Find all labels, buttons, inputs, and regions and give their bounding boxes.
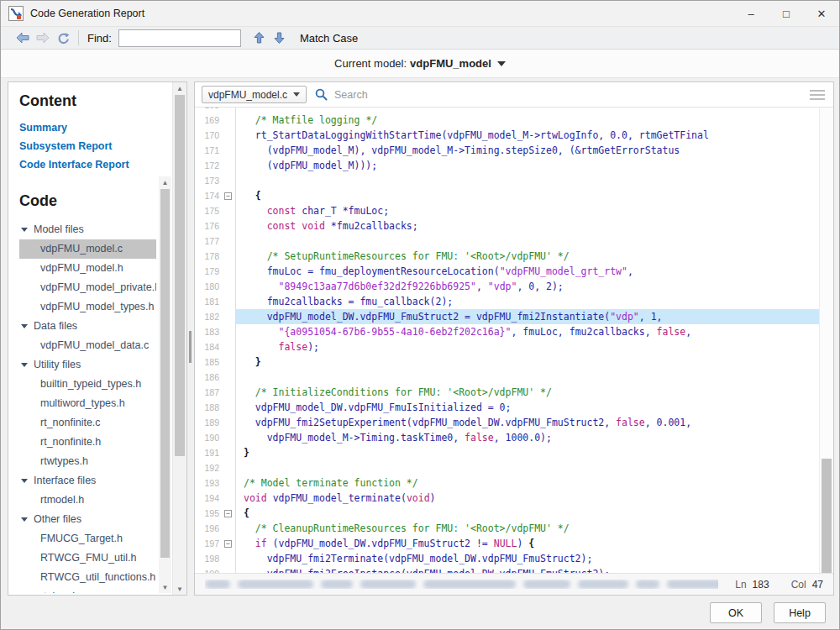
- code-text: vdpFMU_model_DW.vdpFMU_FmuStruct2 = vdpF…: [235, 309, 819, 324]
- file-dropdown-value: vdpFMU_model.c: [208, 89, 287, 101]
- fold-gutter: [222, 218, 234, 234]
- code-text: (vdpFMU_model_M), vdpFMU_model_M->Timing…: [235, 143, 819, 158]
- panel-splitter-handle[interactable]: [189, 331, 192, 363]
- fold-gutter: [222, 324, 234, 339]
- find-previous-button[interactable]: [249, 29, 270, 47]
- sidebar-scrollbar[interactable]: ▲ ▼: [172, 82, 186, 595]
- scroll-up-icon[interactable]: ▲: [159, 176, 171, 188]
- tree-item-vdpFMU_model.h[interactable]: vdpFMU_model.h: [19, 259, 156, 278]
- tree-section-label: Model files: [34, 220, 84, 239]
- tree-item-label: FMUCG_Target.h: [40, 529, 123, 549]
- back-button[interactable]: [13, 29, 33, 47]
- code-lines: 168169/* Matfile logging */170rt_StartDa…: [195, 108, 819, 573]
- code-line-169: 169/* Matfile logging */: [195, 113, 819, 128]
- sidebar-scrollbar-thumb[interactable]: [175, 95, 185, 456]
- find-next-button[interactable]: [270, 29, 290, 47]
- maximize-button[interactable]: □: [769, 1, 804, 26]
- tree-section-label: Utility files: [34, 355, 81, 375]
- tree-item-vdpFMU_model_types.h[interactable]: vdpFMU_model_types.h: [19, 297, 156, 317]
- scroll-down-icon[interactable]: ▼: [173, 583, 186, 595]
- code-line-172: 172(vdpFMU_model_M)));: [195, 158, 819, 173]
- find-label: Find:: [87, 32, 112, 45]
- line-number: 196: [195, 521, 222, 536]
- link-code-interface-report[interactable]: Code Interface Report: [19, 155, 156, 174]
- tree-item-vdpFMU_model_private.h[interactable]: vdpFMU_model_private.h: [19, 278, 156, 297]
- tree-item-rtwtypes.h[interactable]: rtwtypes.h: [19, 452, 156, 471]
- tree-item-RTWCG_util_functions.h[interactable]: RTWCG_util_functions.h: [19, 568, 156, 587]
- tree-item-label: vdpFMU_model_data.c: [40, 336, 149, 355]
- tree-item-rt_nonfinite.h[interactable]: rt_nonfinite.h: [19, 433, 156, 452]
- code-scrollbar-thumb[interactable]: [822, 459, 832, 576]
- tree-section-other-files[interactable]: Other files: [19, 510, 156, 529]
- tree-item-FMUCG_Target.h[interactable]: FMUCG_Target.h: [19, 529, 156, 549]
- code-text: [235, 370, 819, 385]
- file-dropdown[interactable]: vdpFMU_model.c: [202, 86, 307, 103]
- refresh-icon: [56, 32, 70, 45]
- fold-gutter: [222, 279, 234, 294]
- line-number: 176: [195, 218, 222, 234]
- link-subsystem-report[interactable]: Subsystem Report: [19, 137, 156, 155]
- tree-section-model-files[interactable]: Model files: [19, 220, 156, 239]
- tree-item-vdpFMU_model.c[interactable]: vdpFMU_model.c: [19, 239, 156, 259]
- tree-section-utility-files[interactable]: Utility files: [19, 355, 156, 375]
- link-summary[interactable]: Summary: [19, 118, 156, 137]
- refresh-button[interactable]: [53, 29, 73, 47]
- collapse-triangle-icon: [21, 517, 28, 522]
- tree-section-interface-files[interactable]: Interface files: [19, 471, 156, 491]
- code-scrollbar[interactable]: [819, 108, 833, 573]
- search-input[interactable]: [333, 88, 803, 102]
- code-heading: Code: [19, 192, 156, 210]
- model-dropdown-caret-icon[interactable]: [497, 61, 506, 66]
- fold-gutter: [222, 415, 234, 430]
- tree-item-vdpFMU_model_data.c[interactable]: vdpFMU_model_data.c: [19, 336, 156, 355]
- code-text: }: [235, 354, 819, 370]
- tree-item-multiword_types.h[interactable]: multiword_types.h: [19, 394, 156, 413]
- code-text: fmu2callbacks = fmu_callback(2);: [235, 294, 819, 309]
- line-number: 191: [195, 445, 222, 460]
- tree-item-label: vdpFMU_model_private.h: [40, 278, 156, 297]
- fold-gutter: [222, 309, 234, 324]
- code-text: if (vdpFMU_model_DW.vdpFMU_FmuStruct2 !=…: [235, 536, 819, 551]
- tree-scrollbar[interactable]: ▲ ▼: [159, 176, 171, 593]
- fold-collapse-icon[interactable]: −: [224, 192, 232, 200]
- forward-button[interactable]: [33, 29, 53, 47]
- collapse-triangle-icon: [21, 228, 28, 232]
- find-input[interactable]: [118, 29, 241, 47]
- minimize-button[interactable]: –: [733, 1, 769, 26]
- menu-icon[interactable]: [810, 90, 825, 100]
- code-generation-report-window: Code Generation Report – □ ✕ Find:: [0, 0, 840, 630]
- code-line-176: 176const void *fmu2callbacks;: [195, 218, 819, 234]
- line-number: 177: [195, 234, 222, 249]
- tree-item-rt_nonfinite.c[interactable]: rt_nonfinite.c: [19, 413, 156, 433]
- code-line-185: 185}: [195, 354, 819, 370]
- tree-section-data-files[interactable]: Data files: [19, 317, 156, 336]
- forward-arrow-icon: [36, 32, 50, 44]
- tree-item-rt_logging.c[interactable]: rt_logging.c: [19, 587, 156, 593]
- fold-gutter: [222, 400, 234, 415]
- line-number: 178: [195, 249, 222, 264]
- scroll-up-icon[interactable]: ▲: [173, 82, 186, 94]
- match-case-toggle[interactable]: Match Case: [300, 32, 358, 45]
- fold-gutter: −: [222, 536, 234, 551]
- close-button[interactable]: ✕: [804, 1, 839, 26]
- line-number: 195: [195, 506, 222, 521]
- code-line-173: 173: [195, 173, 819, 188]
- tree-item-RTWCG_FMU_util.h[interactable]: RTWCG_FMU_util.h: [19, 549, 156, 568]
- tree-item-rtmodel.h[interactable]: rtmodel.h: [19, 491, 156, 510]
- col-label: Col: [791, 579, 806, 591]
- tree-section-label: Interface files: [34, 471, 96, 491]
- code-text: /* Model terminate function */: [235, 475, 819, 491]
- help-button[interactable]: Help: [774, 602, 826, 623]
- scroll-down-icon[interactable]: ▼: [159, 581, 171, 593]
- ok-button[interactable]: OK: [710, 602, 762, 623]
- line-number: 188: [195, 400, 222, 415]
- fold-collapse-icon[interactable]: −: [224, 540, 232, 548]
- tree-item-builtin_typeid_types.h[interactable]: builtin_typeid_types.h: [19, 375, 156, 394]
- fold-gutter: [222, 370, 234, 385]
- line-number: 189: [195, 415, 222, 430]
- code-text: [235, 460, 819, 475]
- code-text: vdpFMU_fmi2FreeInstance(vdpFMU_model_DW.…: [235, 566, 819, 573]
- tree-scrollbar-thumb[interactable]: [160, 189, 170, 558]
- line-number: 197: [195, 536, 222, 551]
- fold-collapse-icon[interactable]: −: [224, 510, 232, 517]
